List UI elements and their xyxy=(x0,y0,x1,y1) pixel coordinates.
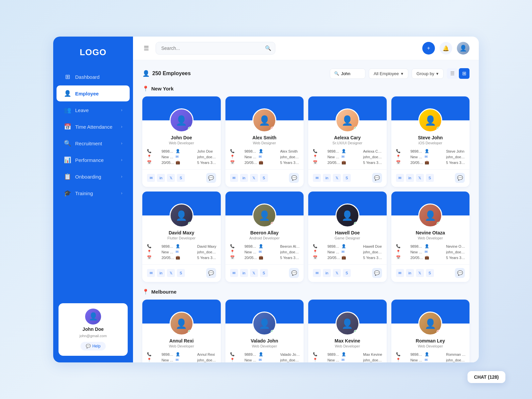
page-content: 👤 250 Employees 🔍 All Employee ▾ Group b… xyxy=(133,60,479,362)
card-header: 👤 xyxy=(391,300,470,324)
linkedin-icon[interactable]: in xyxy=(157,269,165,277)
employee-card: 👤 Hawell Doe Game Designer 📞98989898 98 … xyxy=(308,192,387,282)
user-icon: 👤 xyxy=(425,149,445,153)
sidebar-item-training[interactable]: 🎓 Training › xyxy=(57,185,130,201)
linkedin-icon[interactable]: in xyxy=(240,174,248,182)
email-social-icon[interactable]: ✉ xyxy=(147,269,155,277)
avatar: 👤 xyxy=(252,108,276,132)
twitter-icon[interactable]: 𝕏 xyxy=(250,269,258,277)
chat-button[interactable]: 💬 xyxy=(206,268,216,278)
collapse-button[interactable]: ☰ xyxy=(142,43,150,53)
email-social-icon[interactable]: ✉ xyxy=(147,174,155,182)
name-search-filter[interactable]: 🔍 xyxy=(330,68,365,79)
twitter-icon[interactable]: 𝕏 xyxy=(167,174,175,182)
chat-button[interactable]: 💬 xyxy=(455,173,465,183)
linkedin-icon[interactable]: in xyxy=(323,269,331,277)
chat-button[interactable]: 💬 xyxy=(206,173,216,183)
email-social-icon[interactable]: ✉ xyxy=(230,269,238,277)
skype-icon[interactable]: S xyxy=(343,174,351,182)
status-dot xyxy=(271,127,275,131)
group-by-filter[interactable]: Group by ▾ xyxy=(412,68,444,79)
skype-icon[interactable]: S xyxy=(426,269,434,277)
avatar: 👤 xyxy=(335,312,359,335)
user-icon: 👤 xyxy=(341,244,361,248)
linkedin-icon[interactable]: in xyxy=(406,174,414,182)
email-social-icon[interactable]: ✉ xyxy=(396,174,404,182)
email-social-icon[interactable]: ✉ xyxy=(313,174,321,182)
sidebar-item-dashboard[interactable]: ⊞ Dashboard xyxy=(57,69,130,85)
linkedin-icon[interactable]: in xyxy=(323,174,331,182)
user-avatar[interactable]: 👤 xyxy=(457,42,469,55)
sidebar-bottom: 👤 John Doe john@gmail.com 💬 Help xyxy=(53,297,133,362)
user-icon: 👤 xyxy=(176,244,196,248)
twitter-icon[interactable]: 𝕏 xyxy=(333,269,341,277)
sidebar-item-recruitment[interactable]: 🔍 Recruitment › xyxy=(57,135,130,151)
employee-info: 📞98989898 98 👤Steve John 📍New York ✉john… xyxy=(396,149,465,165)
search-icon: 🔍 xyxy=(265,45,271,51)
twitter-icon[interactable]: 𝕏 xyxy=(167,269,175,277)
social-icons: ✉ in 𝕏 S xyxy=(396,174,434,182)
twitter-icon[interactable]: 𝕏 xyxy=(416,174,424,182)
employee-info: 📞98898989 89 👤Valado John 📍New York ✉joh… xyxy=(230,352,299,362)
list-view-button[interactable]: ☰ xyxy=(447,68,458,79)
card-footer: ✉ in 𝕏 S 💬 xyxy=(142,264,221,282)
social-icons: ✉ in 𝕏 S xyxy=(230,174,268,182)
skype-icon[interactable]: S xyxy=(343,269,351,277)
linkedin-icon[interactable]: in xyxy=(406,269,414,277)
sidebar-item-onboarding[interactable]: 📋 Onboarding › xyxy=(57,169,130,185)
help-button[interactable]: 💬 Help xyxy=(80,342,106,350)
location-icon: 📍 xyxy=(147,358,160,362)
notifications-button[interactable]: 🔔 xyxy=(440,42,452,55)
skype-icon[interactable]: S xyxy=(177,174,185,182)
all-employee-filter[interactable]: All Employee ▾ xyxy=(369,68,408,79)
twitter-icon[interactable]: 𝕏 xyxy=(333,174,341,182)
skype-icon[interactable]: S xyxy=(426,174,434,182)
avatar: 👤 xyxy=(170,108,194,132)
location-icon: 📍 xyxy=(230,358,243,362)
email-social-icon[interactable]: ✉ xyxy=(230,174,238,182)
status-dot xyxy=(354,330,358,334)
twitter-icon[interactable]: 𝕏 xyxy=(416,269,424,277)
chat-button[interactable]: 💬 xyxy=(289,268,299,278)
linkedin-icon[interactable]: in xyxy=(157,174,165,182)
briefcase-icon: 💼 xyxy=(259,255,279,260)
employee-name: Beeron Allay xyxy=(230,230,299,235)
add-button[interactable]: + xyxy=(422,42,435,55)
email-social-icon[interactable]: ✉ xyxy=(396,269,404,277)
chat-button[interactable]: 💬 xyxy=(455,268,465,278)
email-social-icon[interactable]: ✉ xyxy=(313,269,321,277)
bell-icon: 🔔 xyxy=(443,45,449,52)
search-input[interactable] xyxy=(156,42,275,55)
location-name: New York xyxy=(151,86,174,91)
sidebar-item-employee[interactable]: 👤 Employee xyxy=(57,85,130,101)
chat-label: CHAT (128) xyxy=(474,374,499,380)
user-icon: 👤 xyxy=(259,352,279,356)
employee-card: 👤 Romman Ley Web Developer 📞98989898 98 … xyxy=(391,300,470,362)
card-header: 👤 xyxy=(308,96,387,120)
dashboard-icon: ⊞ xyxy=(64,73,71,80)
grid-view-button[interactable]: ⊞ xyxy=(459,68,469,79)
search-button[interactable]: 🔍 xyxy=(265,45,271,51)
chat-button[interactable]: 💬 xyxy=(372,268,382,278)
employees-header: 👤 250 Employees 🔍 All Employee ▾ Group b… xyxy=(142,68,469,79)
skype-icon[interactable]: S xyxy=(260,269,268,277)
chat-badge[interactable]: CHAT (128) xyxy=(467,371,505,383)
sidebar-item-performance[interactable]: 📊 Performance › xyxy=(57,152,130,168)
linkedin-icon[interactable]: in xyxy=(240,269,248,277)
twitter-icon[interactable]: 𝕏 xyxy=(250,174,258,182)
calendar-icon: 📅 xyxy=(396,255,409,260)
skype-icon[interactable]: S xyxy=(260,174,268,182)
employee-name: Aelexa Cary xyxy=(313,135,382,140)
info-email: ✉ john_doe@gmail.com xyxy=(176,155,217,159)
sidebar-item-time-attendance[interactable]: 📅 Time Attendance › xyxy=(57,119,130,135)
group-label: Group by xyxy=(417,71,434,76)
name-search-input[interactable] xyxy=(341,71,361,76)
social-icons: ✉ in 𝕏 S xyxy=(313,269,351,277)
chat-button[interactable]: 💬 xyxy=(372,173,382,183)
chat-button[interactable]: 💬 xyxy=(289,173,299,183)
employee-card: 👤 Valado John Web Developer 📞98898989 89… xyxy=(225,300,304,362)
sidebar-item-leave[interactable]: 👥 Leave › xyxy=(57,102,130,118)
email-icon: ✉ xyxy=(176,250,196,254)
email-icon: ✉ xyxy=(341,155,361,159)
skype-icon[interactable]: S xyxy=(177,269,185,277)
